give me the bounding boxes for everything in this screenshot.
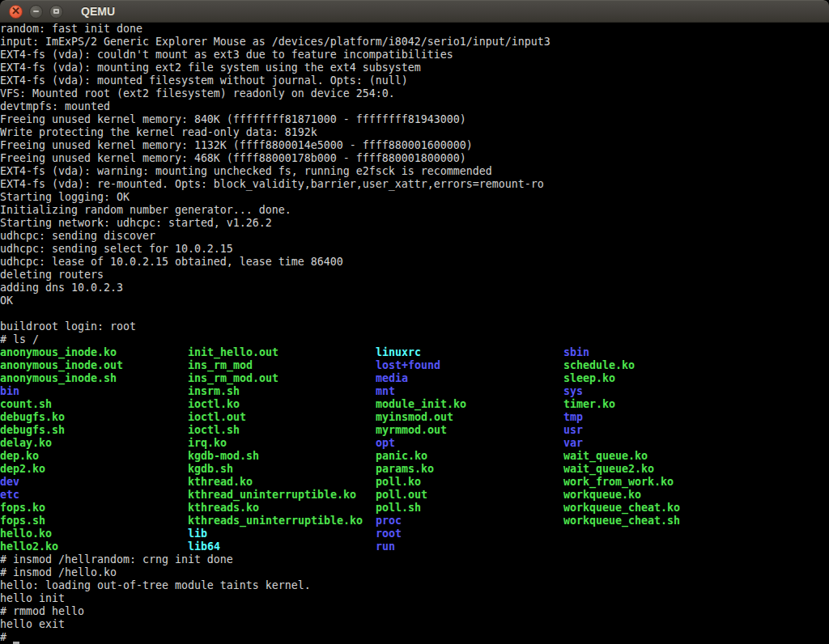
file-entry: params.ko: [376, 463, 563, 476]
file-entry: workqueue_cheat.sh: [563, 515, 751, 527]
file-entry: fops.sh: [0, 515, 188, 527]
file-entry: media: [376, 372, 563, 385]
qemu-window: ✕ QEMU random: fast init doneinput: ImEx…: [0, 0, 829, 644]
file-entry: ioctl.out: [188, 411, 376, 424]
file-entry: lib64: [188, 540, 376, 553]
file-entry: fops.ko: [0, 502, 188, 515]
file-entry: run: [376, 540, 563, 553]
file-entry: dep.ko: [0, 450, 188, 463]
file-entry: debugfs.sh: [0, 424, 188, 437]
terminal-line: Freeing unused kernel memory: 1132K (fff…: [0, 139, 829, 152]
terminal-line: EXT4-fs (vda): mounted filesystem withou…: [0, 74, 829, 87]
shell-prompt-line: #: [0, 631, 829, 644]
terminal-line: [0, 307, 829, 320]
terminal-line: hello: loading out-of-tree module taints…: [0, 579, 829, 592]
terminal-line: random: fast init done: [0, 23, 829, 36]
file-entry: ioctl.ko: [188, 398, 376, 411]
file-entry: anonymous_inode.sh: [0, 372, 188, 385]
file-entry: mnt: [376, 385, 563, 398]
file-entry: kgdb-mod.sh: [188, 450, 376, 463]
file-entry: workqueue_cheat.ko: [563, 502, 751, 515]
minimize-button[interactable]: [29, 5, 43, 19]
file-entry: poll.out: [376, 489, 563, 502]
file-entry: poll.sh: [376, 502, 563, 515]
file-entry: dev: [0, 476, 188, 489]
command-log: # insmod /hellrandom: crng init done# in…: [0, 553, 829, 631]
file-entry: anonymous_inode.ko: [0, 346, 188, 359]
terminal-line: buildroot login: root: [0, 320, 829, 333]
file-entry: hello2.ko: [0, 540, 188, 553]
file-entry: lost+found: [376, 359, 563, 372]
file-entry: etc: [0, 489, 188, 502]
maximize-icon: [53, 9, 59, 14]
file-entry: tmp: [563, 411, 751, 424]
terminal-line: VFS: Mounted root (ext2 filesystem) read…: [0, 87, 829, 100]
prompt-symbol: #: [0, 631, 13, 644]
close-button[interactable]: ✕: [9, 5, 23, 19]
file-entry: workqueue.ko: [563, 489, 751, 502]
terminal-line: udhcpc: sending discover: [0, 230, 829, 243]
file-entry: ins_rm_mod.out: [188, 372, 376, 385]
file-entry: lib: [188, 527, 376, 540]
file-entry: bin: [0, 385, 188, 398]
terminal-line: hello exit: [0, 618, 829, 631]
terminal-line: EXT4-fs (vda): warning: mounting uncheck…: [0, 165, 829, 178]
file-entry: count.sh: [0, 398, 188, 411]
boot-log: random: fast init doneinput: ImExPS/2 Ge…: [0, 23, 829, 346]
window-title: QEMU: [81, 5, 115, 18]
file-entry: kthreads.ko: [188, 502, 376, 515]
terminal-line: adding dns 10.0.2.3: [0, 282, 829, 294]
terminal-line: # ls /: [0, 333, 829, 346]
file-entry: sbin: [563, 346, 751, 359]
file-entry: wait_queue.ko: [563, 450, 751, 463]
text-cursor: [13, 631, 19, 644]
file-entry: irq.ko: [188, 437, 376, 450]
terminal-line: EXT4-fs (vda): re-mounted. Opts: block_v…: [0, 178, 829, 191]
terminal-line: Write protecting the kernel read-only da…: [0, 126, 829, 139]
minimize-icon: [33, 11, 39, 12]
file-entry: work_from_work.ko: [563, 476, 751, 489]
terminal-line: Initializing random number generator... …: [0, 204, 829, 217]
terminal-line: # insmod /hellrandom: crng init done: [0, 553, 829, 566]
file-entry: hello.ko: [0, 527, 188, 540]
terminal-line: Starting network: udhcpc: started, v1.26…: [0, 217, 829, 230]
file-entry: sleep.ko: [563, 372, 751, 385]
file-listing: anonymous_inode.koanonymous_inode.outano…: [0, 346, 829, 553]
maximize-button[interactable]: [49, 5, 63, 19]
terminal-line: OK: [0, 294, 829, 307]
file-entry: opt: [376, 437, 563, 450]
file-entry: insrm.sh: [188, 385, 376, 398]
terminal-line: deleting routers: [0, 269, 829, 282]
file-entry: debugfs.ko: [0, 411, 188, 424]
terminal-line: Freeing unused kernel memory: 840K (ffff…: [0, 113, 829, 126]
terminal-line: EXT4-fs (vda): couldn't mount as ext3 du…: [0, 49, 829, 61]
file-entry: kthread.ko: [188, 476, 376, 489]
file-entry: wait_queue2.ko: [563, 463, 751, 476]
close-icon: ✕: [11, 6, 20, 16]
file-entry: anonymous_inode.out: [0, 359, 188, 372]
terminal-line: udhcpc: lease of 10.0.2.15 obtained, lea…: [0, 256, 829, 269]
file-entry: schedule.ko: [563, 359, 751, 372]
terminal-line: Starting logging: OK: [0, 191, 829, 204]
file-entry: panic.ko: [376, 450, 563, 463]
file-entry: kthreads_uninterruptible.ko: [188, 515, 376, 527]
terminal-line: Freeing unused kernel memory: 468K (ffff…: [0, 152, 829, 165]
file-entry: timer.ko: [563, 398, 751, 411]
window-titlebar: ✕ QEMU: [0, 0, 829, 23]
file-entry: var: [563, 437, 751, 450]
file-entry: module_init.ko: [376, 398, 563, 411]
file-entry: poll.ko: [376, 476, 563, 489]
file-entry: init_hello.out: [188, 346, 376, 359]
terminal-line: udhcpc: sending select for 10.0.2.15: [0, 243, 829, 256]
terminal-line: hello init: [0, 592, 829, 605]
file-entry: myinsmod.out: [376, 411, 563, 424]
file-entry: ins_rm_mod: [188, 359, 376, 372]
terminal-screen[interactable]: random: fast init doneinput: ImExPS/2 Ge…: [0, 23, 829, 644]
file-entry: kthread_uninterruptible.ko: [188, 489, 376, 502]
file-entry: proc: [376, 515, 563, 527]
file-entry: usr: [563, 424, 751, 437]
file-entry: myrmmod.out: [376, 424, 563, 437]
terminal-line: EXT4-fs (vda): mounting ext2 file system…: [0, 61, 829, 74]
file-entry: delay.ko: [0, 437, 188, 450]
terminal-line: devtmpfs: mounted: [0, 100, 829, 113]
